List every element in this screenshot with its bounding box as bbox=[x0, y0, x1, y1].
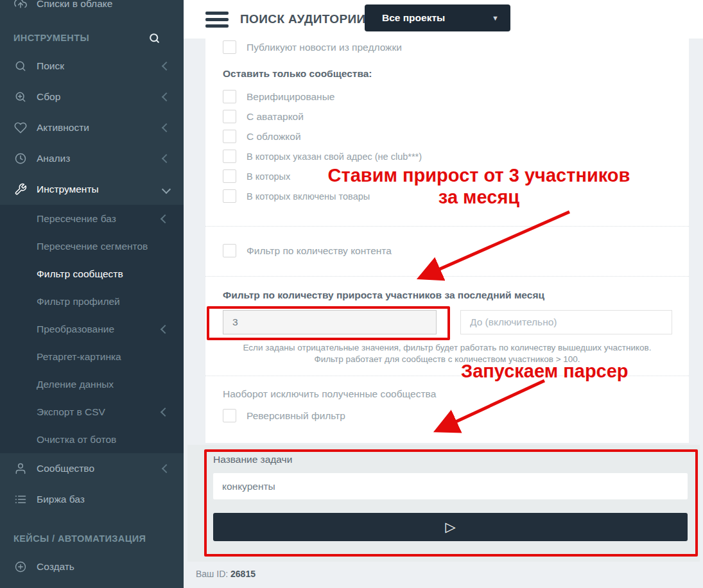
cover-checkbox[interactable] bbox=[223, 130, 236, 143]
checkbox-row-suggested-news: Публикуют новости из предложки bbox=[223, 40, 402, 54]
growth-from-input[interactable] bbox=[223, 310, 437, 334]
cloud-upload-icon bbox=[14, 0, 27, 10]
sidebar-item-transform[interactable]: Преобразование bbox=[0, 315, 184, 343]
sidebar-item-segment-intersection[interactable]: Пересечение сегментов bbox=[0, 232, 184, 260]
content-filter-checkbox[interactable] bbox=[223, 244, 236, 257]
plus-circle-icon bbox=[14, 560, 27, 573]
sidebar-item-label: Экспорт в CSV bbox=[37, 406, 105, 418]
sidebar-item-bot-cleanup[interactable]: Очистка от ботов bbox=[0, 426, 184, 453]
checkbox-label: Реверсивный фильтр bbox=[247, 410, 345, 422]
checkbox-row-verified: Верифицированые bbox=[223, 90, 422, 103]
sidebar: Списки в облаке ИНСТРУМЕНТЫ Поиск Сбор А… bbox=[0, 0, 184, 588]
sidebar-item-export-csv[interactable]: Экспорт в CSV bbox=[0, 398, 184, 426]
sidebar-item-cloud-lists[interactable]: Списки в облаке bbox=[0, 0, 184, 17]
sidebar-item-collect[interactable]: Сбор bbox=[0, 82, 184, 112]
growth-to-input[interactable] bbox=[460, 310, 672, 334]
reverse-section-label: Наоборот исключить полученные сообщества bbox=[223, 388, 436, 400]
run-parser-button[interactable]: ▷ bbox=[213, 513, 688, 541]
sidebar-item-label: Деление данных bbox=[37, 379, 114, 390]
checkbox-row-custom-address: В которых указан свой адрес (не club***) bbox=[223, 150, 422, 163]
menu-icon[interactable] bbox=[205, 12, 229, 28]
checkbox-row-content-filter: Фильтр по количеству контента bbox=[223, 244, 392, 257]
sidebar-item-base-exchange[interactable]: Биржа баз bbox=[0, 484, 184, 515]
list-icon bbox=[14, 493, 27, 506]
sidebar-item-label: Фильтр сообществ bbox=[37, 268, 123, 280]
wrench-icon bbox=[14, 183, 27, 196]
sidebar-item-community[interactable]: Сообщество bbox=[0, 453, 184, 484]
section-title: КЕЙСЫ / АВТОМАТИЗАЦИЯ bbox=[13, 533, 146, 544]
tools-submenu: Пересечение баз Пересечение сегментов Фи… bbox=[0, 205, 184, 453]
verified-checkbox[interactable] bbox=[223, 90, 236, 103]
sidebar-item-create[interactable]: Создать bbox=[0, 551, 184, 582]
sidebar-item-label: Очистка от ботов bbox=[37, 434, 116, 445]
checkbox-label: Фильтр по количеству контента bbox=[247, 245, 392, 257]
annotation-note-run-parser: Запускаем парсер bbox=[461, 360, 629, 382]
chevron-left-icon bbox=[162, 154, 171, 163]
sidebar-item-label: Инструменты bbox=[37, 184, 99, 195]
sidebar-item-profile-filter[interactable]: Фильтр профилей bbox=[0, 288, 184, 315]
suggested-news-checkbox[interactable] bbox=[223, 40, 236, 54]
sidebar-item-tools[interactable]: Инструменты bbox=[0, 174, 184, 205]
sidebar-item-label: Активности bbox=[37, 122, 89, 134]
sidebar-item-data-split[interactable]: Деление данных bbox=[0, 370, 184, 398]
sidebar-item-label: Анализ bbox=[37, 153, 70, 164]
checkbox-label: В которых указан свой адрес (не club***) bbox=[247, 151, 422, 162]
reverse-filter-checkbox[interactable] bbox=[223, 409, 236, 422]
checkbox-row-cover: С обложкой bbox=[223, 130, 422, 143]
chevron-down-icon: ▼ bbox=[492, 14, 499, 22]
search-icon bbox=[14, 60, 27, 73]
user-icon bbox=[14, 462, 27, 475]
sidebar-item-label: Сообщество bbox=[37, 463, 94, 474]
avatar-checkbox[interactable] bbox=[223, 110, 236, 123]
sidebar-section-tools: ИНСТРУМЕНТЫ bbox=[0, 25, 184, 51]
chevron-left-icon bbox=[162, 123, 171, 132]
sidebar-item-label: Поиск bbox=[37, 60, 64, 72]
growth-filter-heading: Фильтр по количеству прироста участников… bbox=[223, 290, 544, 301]
task-name-input[interactable] bbox=[213, 473, 688, 499]
user-id-label: Ваш ID: bbox=[196, 569, 228, 579]
sidebar-item-base-intersection[interactable]: Пересечение баз bbox=[0, 205, 184, 232]
chevron-left-icon bbox=[161, 407, 169, 416]
checkbox-row-avatar: С аватаркой bbox=[223, 110, 422, 123]
checkbox-row-reverse-filter: Реверсивный фильтр bbox=[223, 409, 345, 422]
section-divider bbox=[205, 276, 689, 277]
hidden-option-checkbox[interactable] bbox=[223, 169, 236, 183]
clock-icon bbox=[14, 152, 27, 165]
checkbox-label: С обложкой bbox=[247, 131, 301, 143]
section-title: ИНСТРУМЕНТЫ bbox=[13, 33, 89, 43]
search-icon[interactable] bbox=[148, 32, 161, 44]
sidebar-item-label: Создать bbox=[37, 561, 74, 573]
sidebar-item-community-filter[interactable]: Фильтр сообществ bbox=[0, 260, 184, 288]
section-divider bbox=[205, 226, 689, 227]
custom-address-checkbox[interactable] bbox=[223, 150, 236, 163]
chevron-left-icon bbox=[162, 62, 171, 71]
user-id-value: 26815 bbox=[230, 569, 256, 579]
chevron-left-icon bbox=[161, 214, 169, 223]
checkbox-label: Публикуют новости из предложки bbox=[247, 42, 402, 53]
sidebar-item-analysis[interactable]: Анализ bbox=[0, 143, 184, 174]
task-name-label: Название задачи bbox=[213, 454, 292, 465]
sidebar-item-label: Сбор bbox=[37, 91, 60, 103]
sidebar-item-activities[interactable]: Активности bbox=[0, 112, 184, 143]
main-content: Публикуют новости из предложки Оставить … bbox=[184, 39, 703, 588]
growth-note-line1: Если заданы отрицательные значения, филь… bbox=[205, 343, 689, 352]
play-icon: ▷ bbox=[445, 519, 455, 535]
user-id-footer: Ваш ID: 26815 bbox=[196, 569, 256, 579]
dropdown-selected-value: Все проекты bbox=[382, 12, 445, 24]
sidebar-item-label: Биржа баз bbox=[37, 494, 85, 505]
sidebar-item-label: Пересечение сегментов bbox=[37, 241, 148, 252]
sidebar-item-retarget-image[interactable]: Ретаргет-картинка bbox=[0, 343, 184, 370]
chevron-left-icon bbox=[162, 92, 171, 101]
checkbox-label: В которых bbox=[247, 171, 290, 182]
goods-checkbox[interactable] bbox=[223, 189, 236, 203]
all-projects-dropdown[interactable]: Все проекты ▼ bbox=[365, 4, 510, 31]
page-title: ПОИСК АУДИТОРИИ bbox=[240, 12, 366, 26]
chevron-left-icon bbox=[161, 324, 169, 333]
sidebar-item-label: Пересечение баз bbox=[37, 213, 116, 225]
sidebar-item-search[interactable]: Поиск bbox=[0, 51, 184, 82]
filter-form-panel: Публикуют новости из предложки Оставить … bbox=[205, 39, 689, 443]
top-header: ПОИСК АУДИТОРИИ Все проекты ▼ bbox=[184, 0, 703, 39]
sidebar-item-label: Фильтр профилей bbox=[37, 296, 120, 307]
annotation-note-growth: Ставим прирост от 3 участников за месяц bbox=[299, 164, 659, 208]
sidebar-item-label: Списки в облаке bbox=[37, 0, 112, 10]
